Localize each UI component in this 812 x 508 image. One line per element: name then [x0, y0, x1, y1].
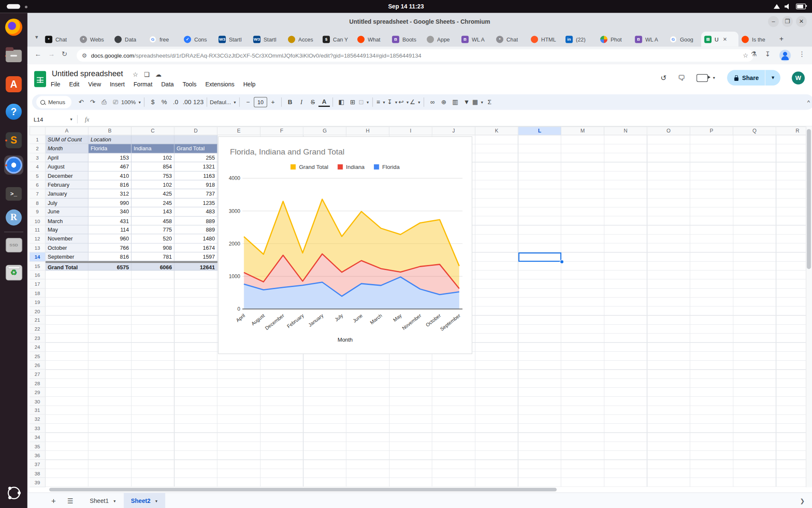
- dock-item-trash[interactable]: ♻: [4, 263, 23, 282]
- toolbar-borders-icon[interactable]: ⊞: [347, 97, 358, 108]
- pivot-cell[interactable]: SUM of Count: [46, 135, 89, 144]
- pivot-cell[interactable]: 245: [132, 199, 175, 207]
- pivot-cell[interactable]: October: [46, 243, 89, 252]
- toolbar-paint-format-icon[interactable]: ⎚: [110, 97, 121, 108]
- toolbar-insert-link-icon[interactable]: ∞: [427, 97, 438, 108]
- menu-file[interactable]: File: [51, 81, 60, 88]
- row-header-5[interactable]: 5: [30, 171, 46, 180]
- browser-tab-wl-a[interactable]: BWL A: [458, 32, 497, 47]
- pivot-cell[interactable]: November: [46, 235, 89, 243]
- pivot-cell[interactable]: 255: [175, 153, 218, 162]
- menu-view[interactable]: View: [88, 81, 101, 88]
- pivot-cell[interactable]: 425: [132, 189, 175, 198]
- toolbar-undo-icon[interactable]: ↶: [76, 97, 87, 108]
- browser-tab-free[interactable]: Gfree: [146, 32, 184, 47]
- toolbar-format-currency-icon[interactable]: $: [147, 97, 159, 108]
- browser-tab-what[interactable]: What: [354, 32, 393, 47]
- browser-tab-html[interactable]: HTML: [528, 32, 566, 47]
- pivot-cell[interactable]: 143: [132, 207, 175, 216]
- address-bar[interactable]: ⚙ docs.google.com/spreadsheets/d/1rDRAzE…: [77, 49, 753, 61]
- site-settings-icon[interactable]: ⚙: [82, 52, 87, 59]
- dock-item-chromium[interactable]: [4, 155, 23, 174]
- column-header-N[interactable]: N: [604, 127, 647, 135]
- pivot-cell[interactable]: 340: [88, 207, 132, 216]
- comments-icon[interactable]: 🗨: [678, 74, 685, 82]
- toolbar-collapse-button[interactable]: ^: [807, 99, 810, 105]
- pivot-cell[interactable]: Location: [88, 135, 132, 144]
- column-header-B[interactable]: B: [88, 127, 132, 135]
- pivot-cell[interactable]: 102: [132, 180, 175, 189]
- toolbar-table-views-icon[interactable]: ▦▼: [472, 97, 484, 108]
- pivot-cell[interactable]: 410: [88, 171, 132, 180]
- browser-tab-chat[interactable]: *Chat: [42, 32, 80, 47]
- pivot-cell[interactable]: 6066: [132, 263, 175, 271]
- pivot-cell[interactable]: 483: [175, 207, 218, 216]
- pivot-cell[interactable]: February: [46, 180, 89, 189]
- toolbar-font-size[interactable]: 10: [254, 97, 267, 107]
- column-header-E[interactable]: E: [217, 127, 261, 135]
- toolbar-increase-decimal-icon[interactable]: .00: [181, 97, 193, 108]
- pivot-cell[interactable]: 960: [88, 235, 132, 243]
- row-header-20[interactable]: 20: [30, 306, 46, 315]
- pivot-cell[interactable]: Grand Total: [175, 144, 218, 153]
- sheet-tab-sheet2[interactable]: Sheet2▼: [123, 493, 165, 508]
- column-header-C[interactable]: C: [132, 127, 175, 135]
- dock-item-ssd[interactable]: SSD: [4, 235, 23, 254]
- dock-item-help[interactable]: ?: [4, 102, 23, 121]
- close-tab-icon[interactable]: ✕: [723, 36, 727, 42]
- fill-handle[interactable]: [560, 260, 564, 264]
- menu-tools[interactable]: Tools: [183, 81, 197, 88]
- toolbar-font-size-decrease-icon[interactable]: −: [242, 97, 254, 108]
- row-header-28[interactable]: 28: [30, 379, 46, 388]
- pivot-cell[interactable]: 6575: [88, 263, 132, 271]
- column-header-P[interactable]: P: [690, 127, 733, 135]
- row-header-30[interactable]: 30: [30, 397, 46, 406]
- pivot-cell[interactable]: 908: [132, 243, 175, 252]
- row-header-16[interactable]: 16: [30, 271, 46, 279]
- tab-search-chevron-icon[interactable]: ▾: [35, 34, 38, 41]
- toolbar-insert-comment-icon[interactable]: ⊕: [438, 97, 450, 108]
- pivot-cell[interactable]: 467: [88, 162, 132, 171]
- browser-tab-appe[interactable]: Appe: [424, 32, 462, 47]
- browser-tab-wl-a[interactable]: BWL A: [632, 32, 670, 47]
- pivot-cell[interactable]: September: [46, 252, 89, 261]
- experiments-flask-icon[interactable]: ⚗: [751, 50, 757, 58]
- browser-profile-avatar[interactable]: [779, 50, 791, 61]
- row-header-21[interactable]: 21: [30, 316, 46, 325]
- menu-insert[interactable]: Insert: [110, 81, 125, 88]
- pivot-cell[interactable]: 990: [88, 199, 132, 207]
- sheet-tab-menu-icon[interactable]: ▼: [113, 499, 116, 503]
- dock-item-terminal[interactable]: >_: [4, 184, 23, 203]
- pivot-cell[interactable]: 1480: [175, 235, 218, 243]
- pivot-cell[interactable]: 1674: [175, 243, 218, 252]
- row-header-9[interactable]: 9: [30, 207, 46, 216]
- dock-item-sublime[interactable]: S: [4, 131, 23, 150]
- toolbar-menus-search[interactable]: Menus: [36, 96, 71, 108]
- new-tab-button[interactable]: +: [779, 34, 784, 43]
- browser-tab-can-y[interactable]: $Can Y: [320, 32, 358, 47]
- pivot-cell[interactable]: 1321: [175, 162, 218, 171]
- name-box-caret-icon[interactable]: ▼: [69, 117, 73, 121]
- browser-tab-chat[interactable]: *Chat: [493, 32, 532, 47]
- toolbar-strikethrough-icon[interactable]: S: [307, 97, 318, 108]
- pivot-table[interactable]: SUM of CountLocationMonthFloridaIndianaG…: [46, 135, 218, 271]
- add-sheet-button[interactable]: +: [51, 496, 56, 505]
- move-to-folder-icon[interactable]: ❏: [144, 71, 149, 78]
- pivot-cell[interactable]: Month: [46, 144, 89, 153]
- row-header-23[interactable]: 23: [30, 334, 46, 342]
- row-header-22[interactable]: 22: [30, 325, 46, 334]
- column-header-G[interactable]: G: [304, 127, 347, 135]
- pivot-cell[interactable]: Grand Total: [46, 263, 89, 271]
- toolbar-vertical-align-icon[interactable]: ↧▼: [387, 97, 398, 108]
- name-box[interactable]: L14 ▼: [27, 116, 73, 122]
- browser-tab-startl[interactable]: W3Startl: [215, 32, 254, 47]
- downloads-icon[interactable]: ↧: [765, 50, 771, 58]
- row-header-18[interactable]: 18: [30, 289, 46, 298]
- row-header-6[interactable]: 6: [30, 180, 46, 189]
- dock-item-software[interactable]: A: [4, 75, 23, 94]
- pivot-cell[interactable]: [175, 135, 218, 144]
- pivot-cell[interactable]: March: [46, 216, 89, 225]
- toolbar-text-color-icon[interactable]: A: [318, 98, 330, 107]
- toolbar-bold-icon[interactable]: B: [284, 97, 296, 108]
- toolbar-font-size-increase-icon[interactable]: +: [267, 97, 279, 108]
